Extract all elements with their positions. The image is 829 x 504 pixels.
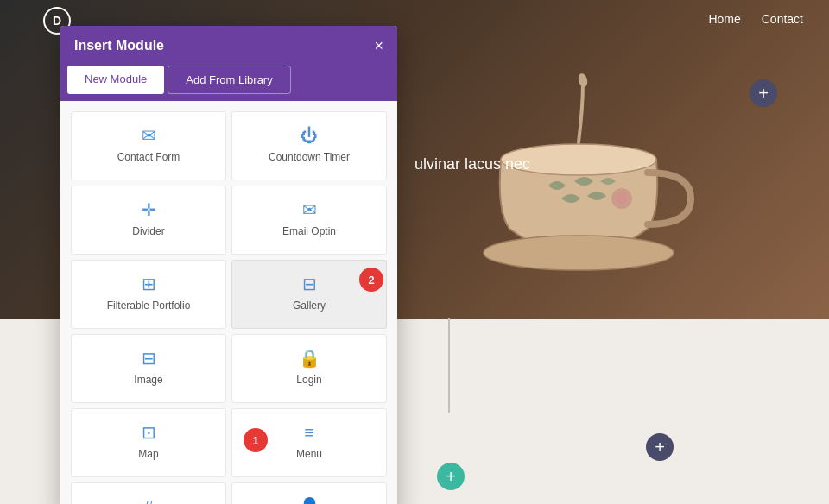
module-item-divider[interactable]: ✛Divider [71,186,226,255]
number-counter-icon: # [143,498,153,504]
email-optin-icon: ✉ [302,201,317,218]
email-optin-label: Email Optin [282,225,336,239]
module-item-contact-form[interactable]: ✉Contact Form [71,111,226,180]
login-label: Login [296,374,321,387]
divider-icon: ✛ [142,201,156,218]
map-label: Map [138,448,158,462]
tab-new-module[interactable]: New Module [67,66,164,94]
modal-overlay: Insert Module × New Module Add From Libr… [0,0,829,504]
module-item-login[interactable]: 🔒Login [231,334,387,403]
insert-module-modal: Insert Module × New Module Add From Libr… [60,26,397,504]
map-icon: ⊡ [142,424,156,441]
filterable-portfolio-label: Filterable Portfolio [107,299,191,313]
menu-icon: ≡ [304,424,314,441]
gallery-label: Gallery [293,299,326,313]
contact-form-icon: ✉ [142,127,156,144]
module-item-map[interactable]: ⊡Map [71,408,226,477]
module-item-filterable-portfolio[interactable]: ⊞Filterable Portfolio [71,260,226,329]
image-label: Image [134,374,162,387]
modal-close-button[interactable]: × [374,38,383,54]
modal-tabs: New Module Add From Library [60,66,397,101]
module-item-countdown-timer[interactable]: ⏻Countdown Timer [231,111,387,180]
modal-title: Insert Module [74,38,164,54]
modal-header: Insert Module × [60,26,397,66]
countdown-timer-label: Countdown Timer [269,151,350,165]
image-icon: ⊟ [142,350,156,367]
module-item-image[interactable]: ⊟Image [71,334,226,403]
gallery-icon: ⊟ [302,275,317,293]
module-item-person[interactable]: 👤Person [231,482,387,504]
tab-add-from-library[interactable]: Add From Library [168,66,290,94]
divider-label: Divider [132,225,164,239]
module-grid: ✉Contact Form⏻Countdown Timer✛Divider✉Em… [60,101,397,504]
person-icon: 👤 [299,498,320,504]
contact-form-label: Contact Form [117,151,180,165]
login-icon: 🔒 [299,350,320,367]
module-item-email-optin[interactable]: ✉Email Optin [231,186,387,255]
menu-label: Menu [296,448,322,462]
module-item-number-counter[interactable]: #Number Counter [71,482,226,504]
badge-1: 1 [244,428,268,452]
countdown-timer-icon: ⏻ [301,127,318,144]
filterable-portfolio-icon: ⊞ [142,275,156,293]
badge-2: 2 [359,268,383,292]
